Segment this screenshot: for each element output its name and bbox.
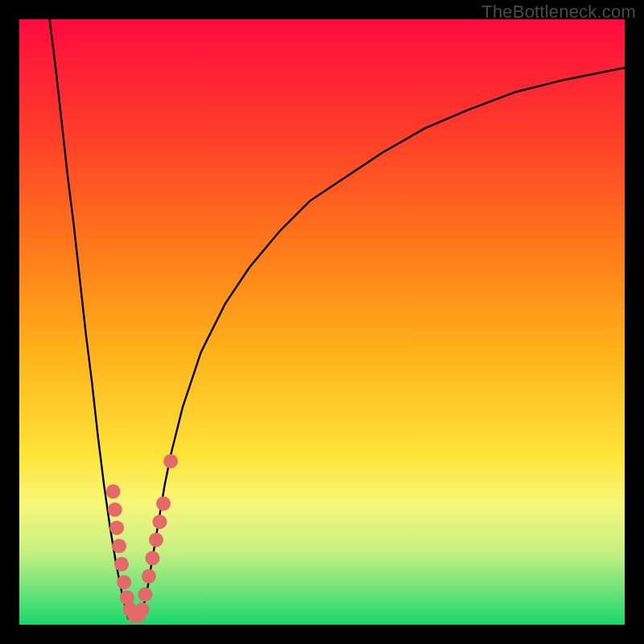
- highlight-dot: [152, 514, 167, 529]
- chart-frame: [19, 19, 625, 625]
- bottleneck-chart: [19, 19, 625, 625]
- highlight-dot: [114, 557, 129, 572]
- highlight-dot: [109, 521, 124, 535]
- highlight-dot: [108, 502, 122, 517]
- highlight-dot: [138, 587, 152, 601]
- highlight-dot: [149, 533, 163, 547]
- gradient-background: [19, 19, 625, 625]
- highlight-dot: [117, 575, 131, 589]
- highlight-dot: [106, 485, 121, 499]
- highlight-dot: [142, 569, 156, 584]
- highlight-dot: [135, 602, 150, 617]
- highlight-dot: [112, 539, 126, 553]
- highlight-dot: [145, 551, 159, 565]
- highlight-dot: [120, 590, 134, 605]
- highlight-dot: [163, 454, 178, 469]
- highlight-dot: [156, 497, 171, 511]
